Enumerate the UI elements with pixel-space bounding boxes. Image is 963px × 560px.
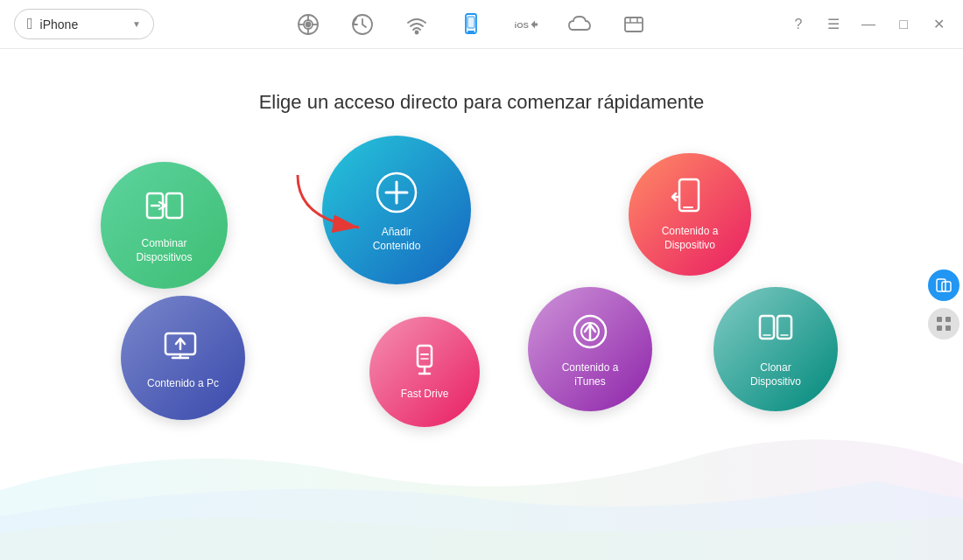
arrow-pointer (280, 166, 385, 254)
svg-rect-46 (937, 326, 942, 331)
fast-drive-icon (405, 342, 444, 381)
device-toolbar-icon[interactable] (456, 10, 486, 39)
clonar-icon (753, 309, 798, 354)
minimize-button[interactable]: — (858, 14, 879, 35)
side-panel (928, 270, 963, 340)
svg-rect-19 (166, 193, 182, 218)
svg-rect-42 (937, 279, 945, 291)
svg-rect-43 (942, 282, 951, 291)
combinar-icon (143, 186, 186, 230)
svg-rect-24 (679, 179, 699, 211)
svg-rect-45 (945, 317, 951, 322)
device-name: iPhone (40, 18, 79, 32)
titlebar:  iPhone ▼ (0, 0, 963, 49)
dropdown-caret-icon: ▼ (132, 19, 141, 29)
side-panel-primary-button[interactable] (928, 270, 959, 301)
combinar-label: CombinarDispositivos (136, 237, 192, 264)
fast-drive-button[interactable]: Fast Drive (369, 317, 480, 427)
contenido-dispositivo-button[interactable]: Contenido aDispositivo (629, 153, 751, 276)
contenido-itunes-icon (567, 309, 613, 354)
shortcuts-area: CombinarDispositivos AñadirContenido (0, 114, 963, 499)
music-toolbar-icon[interactable] (293, 10, 323, 39)
svg-point-8 (416, 31, 418, 33)
combinar-dispositivos-button[interactable]: CombinarDispositivos (101, 162, 228, 289)
contenido-dispositivo-label: Contenido aDispositivo (662, 225, 719, 252)
maximize-button[interactable]: □ (893, 14, 914, 35)
wifi-toolbar-icon[interactable] (402, 10, 432, 39)
contenido-dispositivo-icon (669, 176, 711, 218)
main-content: Elige un acceso directo para comenzar rá… (0, 49, 963, 560)
toolbar: iOS (293, 10, 649, 39)
clonar-label: ClonarDispositivo (750, 361, 801, 388)
svg-point-6 (306, 22, 311, 26)
apple-logo-icon:  (27, 15, 33, 33)
close-button[interactable]: ✕ (928, 14, 949, 35)
page-heading: Elige un acceso directo para comenzar rá… (0, 91, 963, 114)
menu-button[interactable]: ☰ (823, 14, 844, 35)
contenido-itunes-button[interactable]: Contenido aiTunes (528, 287, 652, 411)
help-button[interactable]: ? (788, 14, 809, 35)
contenido-pc-label: Contenido a Pc (147, 377, 219, 391)
svg-rect-44 (937, 317, 942, 322)
device-selector[interactable]:  iPhone ▼ (14, 9, 154, 39)
contenido-pc-button[interactable]: Contenido a Pc (121, 296, 245, 420)
side-panel-grid-button[interactable] (928, 308, 959, 340)
svg-rect-30 (418, 346, 432, 367)
clonar-dispositivo-button[interactable]: ClonarDispositivo (713, 287, 838, 411)
toolkit-toolbar-icon[interactable] (619, 10, 649, 39)
contenido-pc-icon (160, 325, 206, 370)
svg-rect-13 (625, 18, 643, 32)
svg-rect-11 (467, 17, 474, 28)
svg-rect-47 (945, 326, 951, 331)
svg-text:iOS: iOS (514, 20, 528, 30)
ios-toolbar-icon[interactable]: iOS (510, 10, 540, 39)
fast-drive-label: Fast Drive (401, 388, 449, 402)
cloud-toolbar-icon[interactable] (565, 10, 594, 39)
contenido-itunes-label: Contenido aiTunes (562, 361, 619, 388)
window-controls: ? ☰ — □ ✕ (788, 14, 949, 35)
backup-toolbar-icon[interactable] (348, 10, 377, 39)
